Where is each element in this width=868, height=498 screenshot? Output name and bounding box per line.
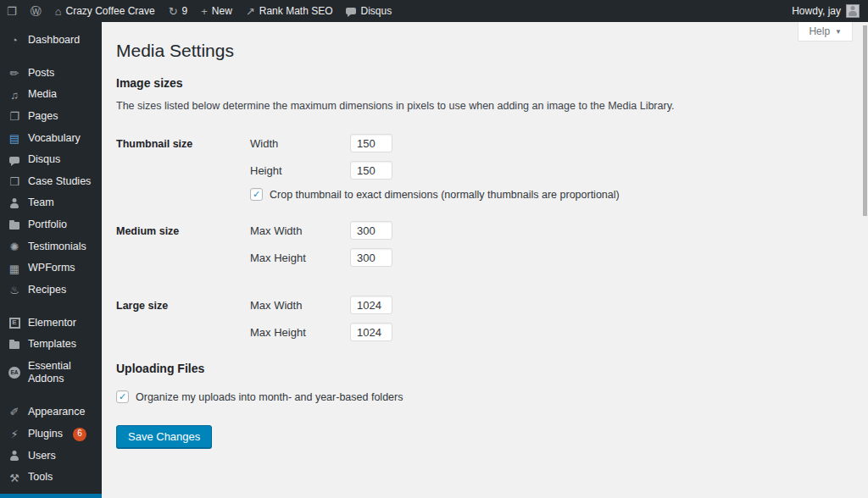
organize-uploads-option: ✓ Organize my uploads into month- and ye… (116, 390, 851, 403)
person-icon (8, 198, 21, 208)
sidebar-item-settings-active[interactable] (0, 494, 102, 498)
help-tab[interactable]: Help ▼ (798, 22, 853, 42)
crop-thumbnail-label: Crop thumbnail to exact dimensions (norm… (270, 189, 620, 201)
crop-thumbnail-option: ✓ Crop thumbnail to exact dimensions (no… (250, 188, 620, 201)
thumbnail-width-label: Width (250, 137, 350, 150)
case-studies-icon: ❒ (8, 176, 21, 187)
large-max-width-input[interactable] (350, 296, 392, 314)
wordpress-admin-screen: ❐ Ⓦ ⌂ Crazy Coffee Crave ↻ 9 + New ↗ Ran… (0, 0, 868, 498)
app-window-icon: ❐ (7, 6, 17, 17)
sidebar-item-tools[interactable]: ⚒ Tools (0, 467, 102, 489)
crop-thumbnail-checkbox[interactable]: ✓ (250, 188, 263, 201)
thumbnail-size-row: Thumbnail size Width Height ✓ Crop thumb… (116, 134, 851, 201)
organize-uploads-checkbox[interactable]: ✓ (116, 390, 129, 403)
image-sizes-description: The sizes listed below determine the max… (116, 100, 851, 112)
sidebar-item-appearance[interactable]: ✐ Appearance (0, 401, 102, 423)
admin-bar-wordpress-menu[interactable]: Ⓦ (24, 0, 48, 22)
admin-bar-disqus[interactable]: Disqus (339, 0, 398, 22)
sidebar-item-essential-addons[interactable]: EA Essential Addons (0, 356, 102, 390)
plus-icon: + (201, 6, 208, 17)
pages-icon: ❐ (8, 111, 21, 122)
form-icon: ▦ (8, 263, 21, 274)
sidebar-item-recipes[interactable]: ♨ Recipes (0, 279, 102, 302)
person-icon (8, 451, 21, 461)
admin-sidebar: ◔ Dashboard ✏ Posts ♫ Media ❐ Pages ▤ Vo… (0, 22, 102, 498)
medium-max-width-label: Max Width (250, 224, 350, 237)
sidebar-item-dashboard[interactable]: ◔ Dashboard (0, 30, 102, 52)
organize-uploads-label: Organize my uploads into month- and year… (136, 391, 403, 403)
help-label: Help (809, 25, 830, 37)
admin-bar: ❐ Ⓦ ⌂ Crazy Coffee Crave ↻ 9 + New ↗ Ran… (0, 0, 868, 22)
chef-hat-icon: ♨ (8, 285, 21, 296)
dashboard-icon: ◔ (8, 35, 21, 46)
chevron-down-icon: ▼ (835, 28, 842, 36)
sidebar-item-portfolio[interactable]: Portfolio (0, 214, 102, 236)
folder-icon (8, 220, 21, 230)
essential-addons-icon: EA (8, 367, 21, 379)
uploading-files-heading: Uploading Files (116, 362, 851, 375)
admin-bar-account[interactable]: Howdy, jay (783, 0, 868, 22)
folder-icon (8, 340, 21, 349)
plug-icon: ⚡ (8, 429, 21, 440)
chart-icon: ↗ (246, 6, 255, 17)
sidebar-item-media[interactable]: ♫ Media (0, 84, 102, 106)
medium-max-height-input[interactable] (350, 248, 392, 267)
menu-group-admin: ✐ Appearance ⚡ Plugins 6 Users ⚒ Tools ❧… (0, 401, 102, 498)
sidebar-item-templates[interactable]: Templates (0, 334, 102, 356)
large-max-height-input[interactable] (350, 323, 392, 341)
sidebar-item-team[interactable]: Team (0, 192, 102, 214)
thumbnail-size-label: Thumbnail size (116, 134, 250, 201)
menu-group-builders: E Elementor Templates EA Essential Addon… (0, 313, 102, 391)
wordpress-logo-icon: Ⓦ (31, 6, 42, 17)
medium-max-height-label: Max Height (250, 252, 350, 264)
disqus-label: Disqus (360, 5, 392, 17)
updates-count: 9 (182, 5, 188, 17)
admin-bar-updates[interactable]: ↻ 9 (162, 0, 195, 22)
site-name-label: Crazy Coffee Crave (66, 5, 155, 17)
thumbnail-height-input[interactable] (350, 161, 392, 180)
new-label: New (212, 5, 232, 17)
menu-group-content: ✏ Posts ♫ Media ❐ Pages ▤ Vocabulary Dis… (0, 63, 102, 302)
medium-max-width-input[interactable] (350, 221, 392, 240)
plugins-update-badge: 6 (73, 428, 86, 441)
speech-bubble-icon (8, 157, 21, 163)
person-icon (848, 6, 858, 16)
sidebar-item-wpforms[interactable]: ▦ WPForms (0, 257, 102, 279)
medium-size-row: Medium size Max Width Max Height (116, 221, 851, 275)
thumbnail-height-label: Height (250, 164, 350, 177)
avatar (846, 4, 860, 18)
large-max-width-label: Max Width (250, 299, 350, 312)
pushpin-icon: ✏ (8, 68, 21, 79)
sidebar-item-posts[interactable]: ✏ Posts (0, 63, 102, 85)
vertical-scrollbar-thumb[interactable] (863, 25, 867, 216)
page-title: Media Settings (116, 41, 851, 61)
speech-bubble-icon (346, 8, 356, 14)
large-max-height-label: Max Height (250, 326, 350, 339)
media-settings-page: Media Settings Image sizes The sizes lis… (102, 22, 868, 498)
sidebar-item-pages[interactable]: ❐ Pages (0, 106, 102, 128)
sidebar-item-users[interactable]: Users (0, 445, 102, 468)
admin-bar-new[interactable]: + New (194, 0, 239, 22)
sidebar-item-plugins[interactable]: ⚡ Plugins 6 (0, 423, 102, 445)
admin-bar-app-window[interactable]: ❐ (0, 0, 24, 22)
tools-icon: ⚒ (8, 473, 21, 484)
medium-size-label: Medium size (116, 221, 250, 275)
sidebar-item-case-studies[interactable]: ❒ Case Studies (0, 171, 102, 193)
admin-bar-rank-math[interactable]: ↗ Rank Math SEO (239, 0, 340, 22)
media-icon: ♫ (8, 90, 21, 101)
brush-icon: ✐ (8, 407, 21, 418)
sidebar-item-vocabulary[interactable]: ▤ Vocabulary (0, 128, 102, 150)
rank-math-label: Rank Math SEO (259, 5, 333, 17)
sidebar-item-elementor[interactable]: E Elementor (0, 313, 102, 335)
home-icon: ⌂ (55, 6, 62, 17)
thumbnail-width-input[interactable] (350, 134, 392, 152)
image-sizes-heading: Image sizes (116, 76, 851, 90)
menu-group-dashboard: ◔ Dashboard (0, 30, 102, 52)
admin-bar-site-name[interactable]: ⌂ Crazy Coffee Crave (48, 0, 162, 22)
save-changes-button[interactable]: Save Changes (116, 425, 212, 448)
updates-icon: ↻ (169, 6, 178, 17)
sidebar-item-disqus[interactable]: Disqus (0, 149, 102, 171)
award-icon: ✺ (8, 241, 21, 252)
large-size-label: Large size (116, 296, 250, 350)
sidebar-item-testimonials[interactable]: ✺ Testimonials (0, 236, 102, 258)
